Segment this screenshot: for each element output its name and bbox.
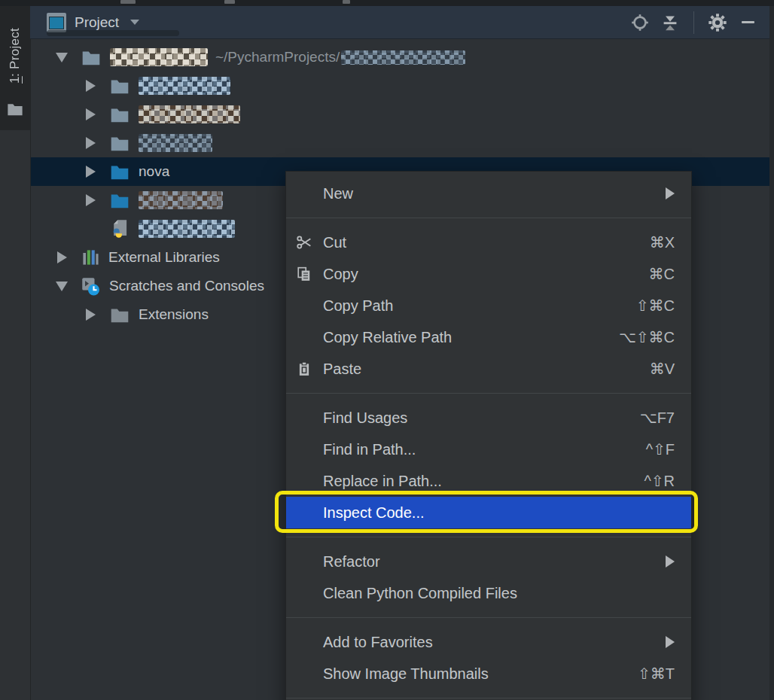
collapse-arrow-icon[interactable] (53, 282, 71, 291)
collapse-all-button[interactable] (660, 13, 680, 32)
top-edge-artifact (224, 0, 235, 4)
tree-item-label: External Libraries (108, 249, 220, 266)
menu-item-replace-in-path[interactable]: Replace in Path... ^⇧R (286, 465, 691, 497)
paste-icon (297, 361, 316, 376)
folder-icon (110, 135, 130, 151)
tree-row-folder[interactable] (30, 129, 774, 157)
menu-item-paste[interactable]: Paste ⌘V (286, 353, 691, 385)
copy-icon (297, 266, 316, 282)
expand-arrow-icon[interactable] (81, 137, 99, 149)
scissors-icon (297, 235, 316, 250)
tree-item-label: Extensions (139, 306, 209, 323)
menu-item-new[interactable]: New (286, 178, 691, 209)
submenu-arrow-icon (666, 187, 675, 199)
tree-row-project-root[interactable]: ~/PycharmProjects/ (30, 43, 774, 72)
scratches-and-consoles-icon (81, 277, 100, 296)
tree-row-folder[interactable] (30, 72, 774, 100)
settings-button[interactable] (708, 13, 727, 32)
menu-item-cut[interactable]: Cut ⌘X (286, 227, 691, 258)
menu-item-find-in-path[interactable]: Find in Path... ^⇧F (286, 434, 691, 465)
gear-icon (708, 13, 727, 32)
top-edge-artifact (120, 0, 136, 4)
menu-item-inspect-code[interactable]: Inspect Code... (286, 497, 691, 528)
pycharm-project-panel: 1: Project Project (0, 0, 774, 700)
submenu-arrow-icon (666, 555, 675, 568)
project-path: ~/PycharmProjects/ (215, 49, 340, 65)
panel-right-edge (769, 6, 774, 700)
redacted-folder-name (139, 105, 240, 123)
menu-item-find-usages[interactable]: Find Usages ⌥F7 (286, 402, 691, 434)
folder-icon (110, 78, 130, 94)
tool-window-stripe: 1: Project (0, 6, 31, 700)
expand-arrow-icon[interactable] (81, 108, 99, 120)
project-view-icon (47, 13, 66, 32)
expand-arrow-icon[interactable] (81, 80, 99, 92)
menu-item-refactor[interactable]: Refactor (286, 546, 691, 577)
expand-arrow-icon[interactable] (53, 251, 71, 263)
hide-tool-window-button[interactable] (738, 13, 757, 32)
redacted-file-name (139, 220, 235, 238)
toolbar-separator (693, 11, 694, 34)
menu-item-show-image-thumbnails[interactable]: Show Image Thumbnails ⇧⌘T (286, 658, 691, 689)
redacted-project-name (110, 48, 208, 66)
collapse-all-icon (661, 14, 679, 32)
locate-icon (631, 14, 649, 32)
menu-separator (286, 698, 691, 698)
folder-icon (110, 193, 130, 208)
menu-item-clean-python-compiled-files[interactable]: Clean Python Compiled Files (286, 577, 691, 609)
hide-icon (742, 21, 754, 23)
menu-separator (286, 617, 691, 618)
window-top-edge (0, 0, 774, 6)
menu-item-copy-path[interactable]: Copy Path ⇧⌘C (286, 290, 691, 321)
menu-item-copy-relative-path[interactable]: Copy Relative Path ⌥⇧⌘C (286, 321, 691, 353)
menu-separator (286, 393, 691, 394)
menu-separator (286, 218, 691, 218)
project-view-selector[interactable]: Project (47, 13, 139, 32)
tree-item-label: nova (139, 163, 169, 180)
submenu-arrow-icon (666, 636, 675, 648)
context-menu: New Cut ⌘X (285, 171, 692, 700)
tool-window-tab-label: 1: Project (0, 11, 30, 101)
tree-item-label: Scratches and Consoles (109, 278, 264, 294)
toolbar-title: Project (75, 14, 119, 31)
chevron-down-icon (130, 20, 139, 25)
expand-arrow-icon[interactable] (81, 166, 99, 178)
top-edge-artifact (343, 0, 350, 4)
external-libraries-icon (81, 248, 99, 266)
redacted-folder-name (139, 191, 223, 209)
tool-window-tab-project[interactable]: 1: Project (0, 6, 30, 130)
menu-separator (286, 537, 691, 537)
tree-row-folder[interactable] (30, 100, 774, 129)
folder-icon (110, 107, 130, 123)
menu-item-add-to-favorites[interactable]: Add to Favorites (286, 626, 691, 658)
python-file-icon (110, 219, 130, 239)
redacted-path-segment (341, 50, 465, 65)
toolbar-shadow-artifact (47, 30, 179, 36)
collapse-arrow-icon[interactable] (53, 53, 71, 62)
folder-icon (110, 307, 130, 323)
folder-icon (110, 164, 130, 180)
folder-icon (7, 102, 23, 116)
locate-button[interactable] (630, 13, 650, 32)
redacted-folder-name (139, 77, 230, 95)
menu-item-copy[interactable]: Copy ⌘C (286, 258, 691, 290)
expand-arrow-icon[interactable] (81, 194, 99, 206)
expand-arrow-icon[interactable] (81, 309, 99, 321)
redacted-folder-name (139, 134, 212, 152)
folder-icon (81, 50, 101, 65)
